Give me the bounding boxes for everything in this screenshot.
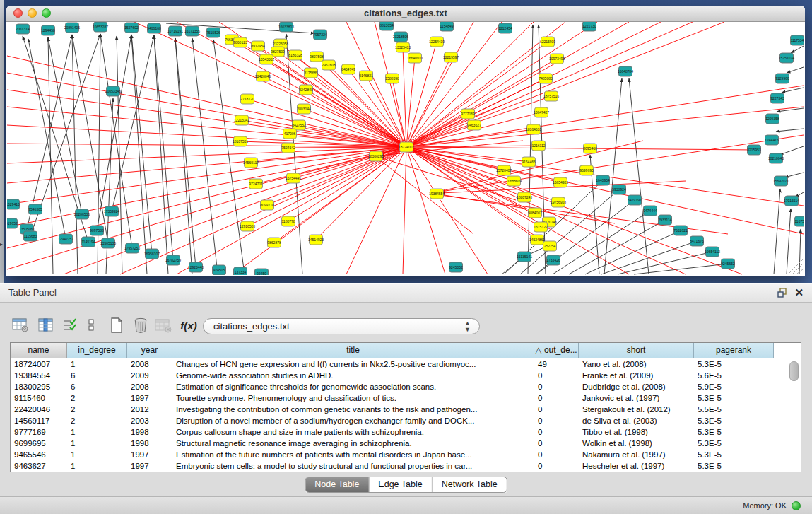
graph-node[interactable]: 1294450 [41, 25, 55, 35]
table-row[interactable]: 1872400712008Changes of HCN gene express… [11, 358, 801, 370]
graph-node[interactable]: 1529410 [7, 199, 20, 209]
cell[interactable]: 0 [534, 449, 579, 460]
graph-node[interactable]: 16648784 [618, 66, 633, 76]
graph-node[interactable]: 10647427 [534, 107, 549, 117]
graph-node[interactable]: 8813054 [379, 22, 394, 30]
memory-status-indicator[interactable] [792, 501, 801, 510]
graph-node[interactable]: 9227343 [770, 93, 784, 103]
graph-node[interactable]: 9242848 [299, 85, 313, 95]
column-header-name[interactable]: name [11, 343, 67, 358]
graph-node[interactable]: 15751074 [779, 53, 794, 63]
graph-node[interactable]: 92450 [255, 269, 269, 275]
graph-node[interactable]: 1527602 [124, 23, 139, 33]
cell[interactable]: 1997 [127, 460, 172, 472]
graph-node[interactable]: 3175685 [304, 68, 318, 78]
cell[interactable]: 2 [67, 392, 127, 404]
graph-node[interactable]: 8215953 [747, 145, 761, 155]
cell[interactable]: 9115460 [11, 392, 67, 404]
cell[interactable]: 1 [67, 358, 127, 370]
graph-node[interactable]: 16654923 [553, 177, 568, 187]
cell[interactable]: 2 [67, 415, 127, 426]
graph-node[interactable]: 17359924 [104, 206, 119, 216]
graph-node[interactable]: 10653287 [93, 22, 108, 32]
cell[interactable]: 5.3E-5 [694, 392, 774, 404]
graph-node[interactable]: 18300295 [368, 151, 384, 161]
graph-node[interactable]: 8454749 [341, 64, 355, 74]
unselect-rows-icon[interactable] [82, 316, 100, 334]
cell[interactable]: Tourette syndrome. Phenomenology and cla… [172, 392, 534, 404]
graph-node[interactable]: 1733426 [546, 255, 560, 265]
graph-node[interactable]: 9546305 [28, 204, 42, 214]
graph-node[interactable]: 1154849 [440, 22, 453, 31]
collapsed-panel-arrow[interactable]: ▸ [0, 241, 3, 247]
graph-node[interactable]: 14569117 [243, 158, 259, 168]
column-header-pagerank[interactable]: pagerank [694, 343, 774, 358]
vertical-scrollbar-thumb[interactable] [789, 361, 799, 381]
cell[interactable]: 2008 [127, 381, 172, 392]
function-builder-icon[interactable]: f(x) [180, 316, 198, 334]
graph-node[interactable]: 19384554 [429, 189, 445, 199]
graph-node[interactable]: 10543362 [259, 54, 274, 64]
cell[interactable]: Estimation of significance thresholds fo… [172, 381, 534, 392]
graph-node[interactable]: 17957253 [124, 243, 140, 253]
graph-node[interactable]: 7957224 [313, 30, 327, 40]
select-column-icon[interactable] [37, 316, 55, 334]
cell[interactable]: Yano et al. (2008) [579, 358, 694, 370]
cell[interactable]: 5.3E-5 [694, 426, 774, 438]
graph-node[interactable]: 17016514 [784, 196, 799, 206]
graph-node[interactable]: 7524542 [281, 143, 295, 153]
graph-node[interactable]: 1115683 [24, 231, 37, 241]
cell[interactable]: Jankovic et al. (1997) [579, 392, 694, 404]
graph-node[interactable]: 9474444 [643, 206, 657, 216]
graph-node[interactable]: 8095460 [583, 144, 597, 153]
graph-node[interactable]: 2933114 [658, 215, 671, 225]
graph-node[interactable]: 1588598 [385, 74, 399, 83]
graph-node[interactable]: 16033803 [278, 22, 294, 32]
cell[interactable]: 5.3E-5 [694, 449, 774, 460]
table-row[interactable]: 946362711997Embryonic stem cells: a mode… [11, 460, 801, 472]
column-header-out_de[interactable]: △ out_de... [534, 343, 579, 358]
graph-node[interactable]: 9862878 [267, 238, 281, 247]
graph-node[interactable]: 6479197 [628, 195, 642, 205]
cell[interactable]: 5.3E-5 [694, 460, 774, 472]
table-row[interactable]: 1456911722003Disruption of a novel membe… [11, 415, 801, 426]
graph-node[interactable]: 9860123 [233, 37, 247, 47]
cell[interactable]: 1 [67, 438, 127, 449]
cell[interactable]: 5.9E-5 [694, 381, 774, 392]
graph-node[interactable]: 9097588 [90, 226, 104, 235]
new-table-icon[interactable] [107, 316, 126, 334]
graph-node[interactable]: 1615122 [534, 222, 548, 232]
cell[interactable]: 0 [534, 460, 579, 472]
graph-node[interactable]: 9699695 [579, 165, 594, 175]
graph-node[interactable]: 1209358 [765, 114, 779, 124]
graph-node[interactable]: 16754445 [286, 173, 301, 183]
graph-node[interactable]: 8912954 [251, 41, 265, 51]
graph-node[interactable]: 12916503 [240, 221, 255, 231]
graph-node[interactable]: 13505135 [100, 238, 116, 248]
cell[interactable]: Tibbo et al. (1998) [579, 426, 694, 438]
cell[interactable]: 5.5E-5 [694, 404, 774, 415]
graph-node[interactable]: 7515526 [206, 28, 220, 37]
table-row[interactable]: 911546021997Tourette syndrome. Phenomeno… [11, 392, 801, 404]
cell[interactable]: Franke et al. (2009) [579, 370, 694, 381]
graph-node[interactable]: 10719191 [167, 26, 183, 36]
cell[interactable]: Structural magnetic resonance image aver… [172, 438, 534, 449]
cell[interactable]: 18300295 [11, 381, 67, 392]
cell[interactable]: Disruption of a novel member of a sodium… [172, 415, 534, 426]
cell[interactable]: 2 [67, 404, 127, 415]
cell[interactable]: Investigating the contribution of common… [172, 404, 534, 415]
graph-node[interactable]: 20206536 [74, 209, 90, 219]
tab-node-table[interactable]: Node Table [305, 477, 368, 492]
tab-network-table[interactable]: Network Table [432, 477, 507, 492]
graph-node[interactable]: 9129966 [775, 74, 789, 83]
graph-node[interactable]: 12215919 [540, 37, 555, 47]
graph-node[interactable]: 1216112 [531, 141, 545, 151]
cell[interactable]: 6 [67, 370, 127, 381]
cell[interactable]: 2012 [127, 404, 172, 415]
graph-node[interactable]: 924505 [213, 265, 226, 275]
cell[interactable]: Changes of HCN gene expression and I(f) … [172, 358, 534, 370]
graph-node[interactable]: 1640954 [596, 175, 610, 185]
cell[interactable]: Stergiakouli et al. (2012) [579, 404, 694, 415]
cell[interactable]: 5.6E-5 [694, 370, 774, 381]
graph-node[interactable]: 16958107 [144, 249, 160, 259]
